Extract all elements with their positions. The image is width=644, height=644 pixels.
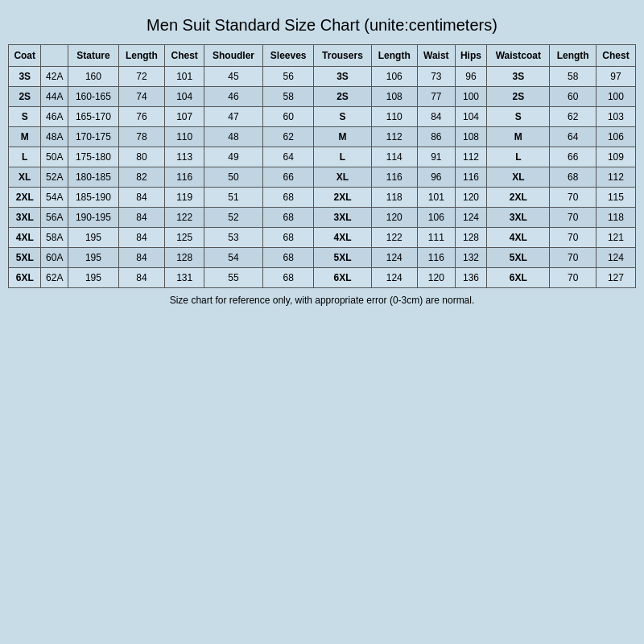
table-cell: 136 [455,268,487,288]
table-cell: 170-175 [68,127,119,147]
table-cell: 54 [204,248,263,268]
table-cell: 86 [417,127,455,147]
table-cell: 6XL [487,268,550,288]
table-cell: 56 [262,67,313,87]
table-cell: 78 [118,127,164,147]
table-cell: 115 [596,188,635,208]
table-cell: 60 [262,107,313,127]
table-cell: 3XL [314,208,371,228]
table-cell: 120 [371,208,417,228]
table-cell: 106 [596,127,635,147]
table-cell: 108 [371,87,417,107]
table-cell: 110 [165,127,204,147]
table-row: 6XL62A1958413155686XL1241201366XL70127 [9,268,636,288]
table-cell: 165-170 [68,107,119,127]
table-cell: 190-195 [68,208,119,228]
table-cell: 60 [550,87,596,107]
table-cell: 108 [455,127,487,147]
table-cell: 122 [371,228,417,248]
table-cell: 2XL [487,188,550,208]
table-cell: 68 [262,188,313,208]
table-cell: 112 [371,127,417,147]
table-cell: 45 [204,67,263,87]
table-cell: 100 [596,87,635,107]
table-cell: 52A [41,167,68,188]
table-cell: 50A [41,147,68,167]
table-cell: 104 [165,87,204,107]
table-cell: 66 [550,147,596,167]
table-cell: 5XL [9,248,41,268]
table-header-row: Coat Stature Length Chest Shoudler Sleev… [9,45,636,67]
table-cell: 50 [204,167,263,188]
table-cell: 112 [455,147,487,167]
table-cell: 195 [68,268,119,288]
table-cell: 68 [262,228,313,248]
table-cell: 124 [596,248,635,268]
table-cell: 114 [371,147,417,167]
col-header-trousers: Trousers [314,45,371,67]
table-cell: 84 [118,188,164,208]
table-cell: 64 [550,127,596,147]
table-cell: 96 [417,167,455,188]
table-cell: S [314,107,371,127]
col-header-waistcoat: Waistcoat [487,45,550,67]
table-cell: L [487,147,550,167]
table-cell: 66 [262,167,313,188]
table-cell: 185-190 [68,188,119,208]
table-cell: 48 [204,127,263,147]
table-cell: XL [314,167,371,188]
table-cell: 6XL [314,268,371,288]
size-chart-table: Coat Stature Length Chest Shoudler Sleev… [8,44,636,288]
table-cell: 53 [204,228,263,248]
table-cell: 60A [41,248,68,268]
table-cell: 62 [550,107,596,127]
table-cell: 119 [165,188,204,208]
table-cell: 2XL [9,188,41,208]
table-cell: 68 [262,208,313,228]
table-cell: 46A [41,107,68,127]
table-cell: 110 [371,107,417,127]
table-cell: 91 [417,147,455,167]
table-cell: XL [487,167,550,188]
col-header-sleeves: Sleeves [262,45,313,67]
table-cell: 96 [455,67,487,87]
col-header-length2: Length [371,45,417,67]
table-row: M48A170-175781104862M11286108M64106 [9,127,636,147]
table-cell: 6XL [9,268,41,288]
table-cell: 82 [118,167,164,188]
table-cell: 77 [417,87,455,107]
table-cell: 62 [262,127,313,147]
table-cell: 54A [41,188,68,208]
table-cell: 47 [204,107,263,127]
table-cell: 160-165 [68,87,119,107]
table-cell: 118 [371,188,417,208]
table-cell: 70 [550,268,596,288]
table-cell: 58 [550,67,596,87]
table-cell: 109 [596,147,635,167]
table-cell: 121 [596,228,635,248]
col-header-stature: Stature [68,45,119,67]
table-cell: 100 [455,87,487,107]
table-cell: M [487,127,550,147]
table-cell: 3XL [9,208,41,228]
table-cell: 116 [417,248,455,268]
footer-note: Size chart for reference only, with appr… [170,295,475,306]
table-cell: 118 [596,208,635,228]
col-header-coat: Coat [9,45,41,67]
col-header-chest2: Chest [596,45,635,67]
table-cell: 3S [9,67,41,87]
table-cell: 112 [596,167,635,188]
col-header-length3: Length [550,45,596,67]
table-cell: XL [9,167,41,188]
size-chart-table-wrapper: Coat Stature Length Chest Shoudler Sleev… [8,44,636,288]
page-title: Men Suit Standard Size Chart (unite:cent… [147,16,497,35]
table-cell: 116 [455,167,487,188]
table-cell: 128 [455,228,487,248]
table-cell: 106 [371,67,417,87]
col-header-shoulder: Shoudler [204,45,263,67]
col-header-chest: Chest [165,45,204,67]
table-cell: 76 [118,107,164,127]
table-row: 3S42A1607210145563S10673963S5897 [9,67,636,87]
table-cell: 131 [165,268,204,288]
table-cell: 70 [550,248,596,268]
